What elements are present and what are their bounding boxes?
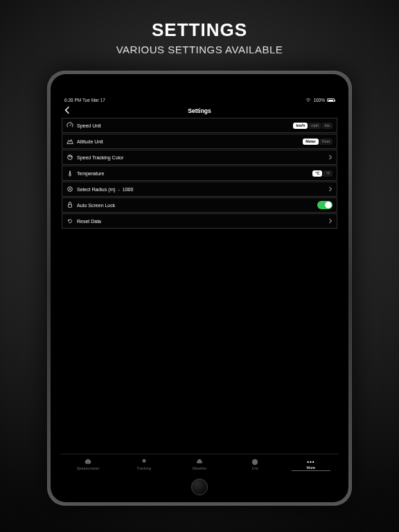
tab-weather[interactable]: Weather — [172, 459, 227, 470]
tablet-frame: 6:28 PM Tue Mar 17 100% Settings Speed U… — [47, 71, 352, 506]
radius-icon — [66, 186, 73, 193]
more-icon: ••• — [307, 459, 314, 465]
row-temperature[interactable]: Temperature °C °F — [62, 166, 337, 181]
row-speed-unit[interactable]: Speed Unit km/h mph kts — [62, 118, 337, 133]
svg-point-4 — [69, 174, 71, 176]
temperature-segment[interactable]: °C °F — [312, 170, 332, 177]
seg-mph[interactable]: mph — [308, 123, 321, 129]
row-auto-screen-lock[interactable]: Auto Screen Lock — [62, 197, 337, 213]
thermometer-icon — [66, 170, 73, 177]
nav-bar: Settings — [60, 104, 339, 118]
row-reset-data[interactable]: Reset Data — [62, 213, 337, 229]
tab-info[interactable]: Info — [227, 459, 283, 470]
hero-title: SETTINGS — [116, 19, 283, 41]
wifi-icon — [305, 98, 311, 103]
svg-point-6 — [69, 188, 71, 190]
settings-list: Speed Unit km/h mph kts Altitude Unit Me… — [60, 118, 339, 454]
seg-kts[interactable]: kts — [322, 123, 332, 129]
status-right: 100% — [305, 98, 335, 103]
screen: 6:28 PM Tue Mar 17 100% Settings Speed U… — [60, 96, 339, 473]
seg-celsius[interactable]: °C — [312, 170, 322, 177]
info-icon — [251, 459, 258, 466]
tab-speedometer[interactable]: Speedometer — [60, 459, 116, 470]
hero-subtitle: VARIOUS SETTINGS AVAILABLE — [116, 44, 283, 55]
status-bar: 6:28 PM Tue Mar 17 100% — [60, 96, 339, 104]
tab-label: Speedometer — [77, 466, 100, 470]
autolock-toggle[interactable] — [317, 201, 332, 209]
chevron-left-icon — [64, 105, 70, 115]
tab-more[interactable]: ••• More — [283, 459, 339, 470]
seg-meter[interactable]: Meter — [303, 139, 319, 145]
svg-point-8 — [252, 459, 258, 465]
chevron-right-icon — [328, 218, 332, 224]
status-time: 6:28 PM Tue Mar 17 — [64, 98, 105, 103]
tablet-bezel: 6:28 PM Tue Mar 17 100% Settings Speed U… — [51, 74, 348, 502]
back-button[interactable] — [64, 105, 70, 115]
gauge-icon — [66, 122, 73, 129]
row-label: Temperature — [77, 171, 309, 176]
row-select-radius[interactable]: Select Radius (m) - 1000 — [62, 181, 337, 197]
mountain-icon — [66, 138, 73, 145]
row-label: Altitude Unit — [77, 139, 299, 144]
gauge-icon — [85, 459, 91, 466]
tab-label: Weather — [193, 466, 207, 470]
seg-feet[interactable]: Feet — [319, 139, 332, 145]
pin-icon — [141, 459, 148, 466]
speed-unit-segment[interactable]: km/h mph kts — [293, 123, 332, 129]
home-button[interactable] — [191, 479, 208, 495]
cloud-icon — [196, 459, 203, 466]
svg-line-0 — [70, 124, 71, 126]
tab-label: Info — [252, 466, 258, 470]
lock-icon — [66, 202, 73, 209]
tab-tracking[interactable]: Tracking — [116, 459, 171, 470]
row-tracking-color[interactable]: Speed Tracking Color — [62, 150, 337, 165]
row-label: Reset Data — [77, 219, 325, 224]
row-label: Select Radius (m) - 1000 — [77, 187, 325, 192]
tab-bar: Speedometer Tracking Weather Info ••• Mo… — [60, 454, 339, 473]
svg-point-2 — [69, 156, 70, 157]
svg-point-3 — [71, 157, 71, 157]
page-title: Settings — [188, 107, 211, 114]
tab-label: Tracking — [136, 466, 151, 470]
battery-percent: 100% — [313, 98, 325, 103]
row-altitude-unit[interactable]: Altitude Unit Meter Feet — [62, 134, 337, 149]
svg-rect-7 — [69, 204, 72, 207]
seg-fahrenheit[interactable]: °F — [323, 170, 332, 177]
palette-icon — [66, 154, 73, 161]
hero-header: SETTINGS VARIOUS SETTINGS AVAILABLE — [116, 19, 283, 55]
chevron-right-icon — [328, 186, 332, 193]
row-label: Speed Unit — [77, 123, 290, 128]
chevron-right-icon — [328, 154, 332, 161]
altitude-unit-segment[interactable]: Meter Feet — [303, 139, 332, 145]
row-label: Speed Tracking Color — [77, 155, 325, 160]
tab-label: More — [307, 466, 316, 470]
row-label: Auto Screen Lock — [77, 203, 314, 208]
reset-icon — [66, 218, 73, 224]
seg-kmh[interactable]: km/h — [293, 123, 308, 129]
battery-icon — [327, 98, 335, 102]
